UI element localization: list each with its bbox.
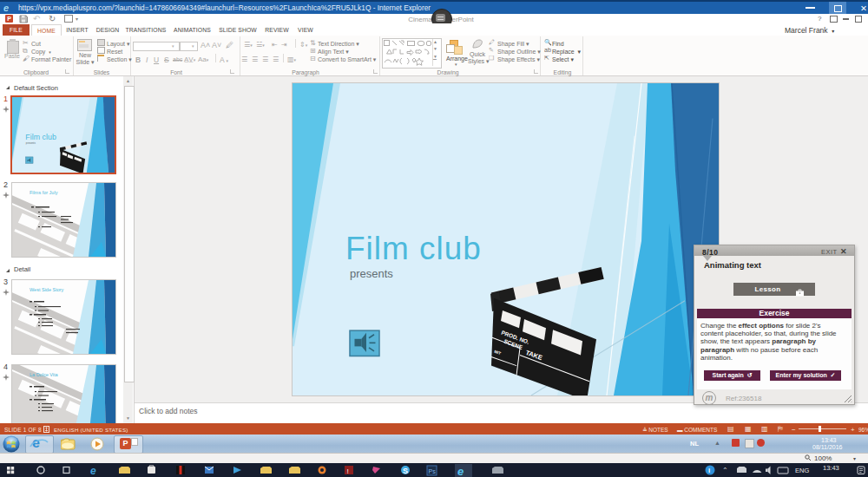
svg-text:presents: presents [350, 267, 393, 280]
svg-text:La Dolce Vita: La Dolce Vita [30, 372, 59, 377]
svg-text:Ps: Ps [429, 468, 437, 474]
svg-text:S: S [403, 467, 408, 475]
svg-text:i: i [708, 467, 710, 474]
svg-text:13:43: 13:43 [823, 464, 839, 472]
svg-text:presents: presents [26, 141, 36, 145]
svg-text:e: e [90, 465, 96, 477]
svg-text:Film club: Film club [25, 133, 56, 141]
svg-text:⌃: ⌃ [722, 467, 728, 474]
svg-text:!: ! [347, 467, 349, 475]
svg-text:West Side Story: West Side Story [30, 287, 64, 292]
svg-text:Films for July: Films for July [30, 190, 58, 195]
svg-text:ENG: ENG [795, 467, 809, 474]
svg-text:e: e [457, 465, 464, 477]
svg-text:Film club: Film club [345, 230, 482, 266]
